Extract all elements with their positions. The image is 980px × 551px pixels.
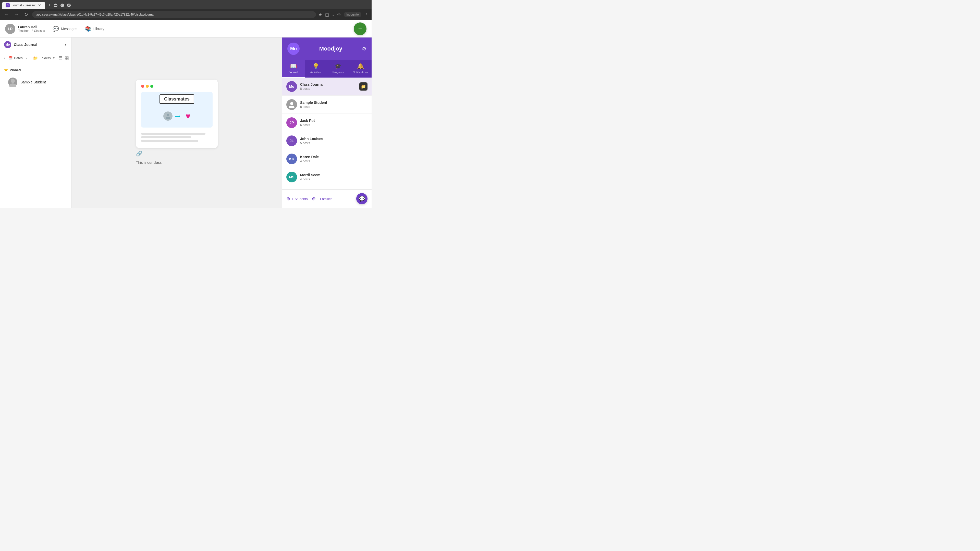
profile-icon[interactable]: ☉ bbox=[337, 12, 341, 17]
journal-jp-name: Jack Pot bbox=[300, 119, 368, 123]
journal-folder-button[interactable]: 📁 bbox=[360, 83, 368, 91]
chat-button[interactable]: 💬 bbox=[356, 193, 368, 204]
library-link[interactable]: 📚 Library bbox=[85, 26, 104, 32]
app-container: LD Lauren Deli Teacher - 2 Classes 💬 Mes… bbox=[0, 20, 372, 208]
minimize-button[interactable]: — bbox=[54, 3, 57, 7]
tab-journal[interactable]: 📖 Journal bbox=[282, 60, 305, 78]
date-next-icon: › bbox=[26, 56, 27, 60]
calendar-icon: 📅 bbox=[8, 56, 13, 60]
list-item[interactable]: JL John Louises 5 posts bbox=[282, 132, 372, 150]
folders-chevron-down-icon: ▼ bbox=[52, 56, 56, 60]
progress-tab-icon: 🎓 bbox=[334, 63, 342, 70]
extensions-icon[interactable]: ◫ bbox=[325, 12, 329, 17]
new-tab-button[interactable]: + bbox=[46, 2, 53, 9]
add-students-label: + Students bbox=[292, 197, 308, 201]
add-students-icon: ⊕ bbox=[286, 196, 290, 202]
messages-link[interactable]: 💬 Messages bbox=[52, 26, 77, 32]
heart-icon: ♥ bbox=[186, 111, 190, 121]
class-selector[interactable]: Mo Class Journal ▼ bbox=[0, 38, 71, 52]
refresh-button[interactable]: ↻ bbox=[22, 11, 30, 18]
tab-title: Journal - Seesaw bbox=[12, 3, 35, 7]
right-panel: Mo Moodjoy ⚙ 📖 Journal 💡 Activities 🎓 Pr… bbox=[282, 38, 372, 208]
link-icon[interactable]: 🔗 bbox=[136, 151, 142, 157]
right-footer: ⊕ + Students ⊕ + Families 💬 bbox=[282, 189, 372, 208]
add-families-icon: ⊕ bbox=[312, 196, 316, 202]
tab-journal-label: Journal bbox=[289, 71, 298, 74]
card-line bbox=[141, 133, 205, 135]
list-item[interactable]: KD Karen Dale 4 posts bbox=[282, 150, 372, 168]
avatar: LD bbox=[5, 24, 15, 34]
journal-kd-avatar: KD bbox=[286, 154, 297, 164]
journal-jl-posts: 5 posts bbox=[300, 141, 368, 145]
window-controls: — □ ✕ bbox=[54, 3, 71, 7]
tab-notifications-label: Notifications bbox=[353, 71, 368, 74]
date-prev-button[interactable]: ‹ bbox=[4, 56, 5, 60]
toolbar-icons: ★ ◫ ↓ ☉ Incognito ⋮ bbox=[318, 12, 369, 17]
tab-favicon: S bbox=[6, 3, 10, 7]
user-role: Teacher - 2 Classes bbox=[18, 29, 45, 33]
library-icon: 📚 bbox=[85, 26, 91, 32]
classmates-label: Classmates bbox=[159, 94, 194, 104]
filter-options: ☰ ▦ bbox=[59, 55, 69, 61]
tab-notifications[interactable]: 🔔 Notifications bbox=[349, 60, 372, 78]
filter-list-icon[interactable]: ☰ bbox=[59, 55, 62, 61]
right-panel-header: Mo Moodjoy ⚙ bbox=[282, 38, 372, 60]
journal-ms-name: Mordi Seem bbox=[300, 173, 368, 177]
address-bar-row: ← → ↻ ★ ◫ ↓ ☉ Incognito ⋮ bbox=[0, 9, 372, 20]
list-item[interactable]: MS Mordi Seem 4 posts bbox=[282, 168, 372, 186]
list-item[interactable]: JP Jack Pot 6 posts bbox=[282, 114, 372, 132]
add-families-label: + Families bbox=[317, 197, 332, 201]
right-tabs: 📖 Journal 💡 Activities 🎓 Progress 🔔 Noti… bbox=[282, 60, 372, 78]
messages-label: Messages bbox=[61, 27, 77, 31]
download-icon[interactable]: ↓ bbox=[332, 12, 334, 17]
journal-jl-info: John Louises 5 posts bbox=[300, 137, 368, 145]
journal-jl-name: John Louises bbox=[300, 137, 368, 141]
journal-class-posts: 8 posts bbox=[300, 87, 356, 91]
card-lines bbox=[141, 133, 213, 142]
class-name: Class Journal bbox=[14, 43, 62, 47]
incognito-badge: Incognito bbox=[344, 12, 361, 17]
tab-activities[interactable]: 💡 Activities bbox=[305, 60, 327, 78]
journal-kd-name: Karen Dale bbox=[300, 155, 368, 159]
list-item[interactable]: Sample Student bbox=[4, 76, 67, 89]
filter-grid-icon[interactable]: ▦ bbox=[65, 55, 69, 61]
student-avatar bbox=[8, 78, 18, 87]
messages-icon: 💬 bbox=[52, 26, 59, 32]
list-item[interactable]: Mo Class Journal 8 posts 📁 bbox=[282, 78, 372, 96]
card-dot-green bbox=[150, 85, 153, 88]
back-button[interactable]: ← bbox=[3, 11, 10, 18]
journal-kd-posts: 4 posts bbox=[300, 159, 368, 163]
tab-progress[interactable]: 🎓 Progress bbox=[327, 60, 349, 78]
forward-button[interactable]: → bbox=[13, 11, 20, 18]
folders-filter[interactable]: 📁 Folders ▼ bbox=[33, 56, 55, 60]
add-button[interactable]: + bbox=[354, 22, 366, 35]
list-item[interactable]: Sample Student 8 posts bbox=[282, 96, 372, 114]
close-button[interactable]: ✕ bbox=[67, 3, 71, 7]
journal-tab-icon: 📖 bbox=[290, 63, 297, 70]
tab-activities-label: Activities bbox=[310, 71, 321, 74]
svg-point-4 bbox=[290, 102, 293, 105]
folder-icon: 📁 bbox=[33, 56, 38, 60]
dates-filter[interactable]: 📅 Dates bbox=[8, 56, 23, 60]
maximize-button[interactable]: □ bbox=[60, 3, 64, 7]
settings-icon[interactable]: ⚙ bbox=[362, 46, 366, 52]
journal-class-avatar: Mo bbox=[286, 81, 297, 92]
journal-class-name: Class Journal bbox=[300, 83, 356, 86]
add-families-button[interactable]: ⊕ + Families bbox=[312, 196, 332, 202]
person-icon bbox=[163, 111, 172, 121]
menu-icon[interactable]: ⋮ bbox=[364, 12, 369, 17]
user-text: Lauren Deli Teacher - 2 Classes bbox=[18, 25, 45, 33]
svg-point-2 bbox=[167, 114, 169, 116]
pinned-header: ★ Pinned bbox=[4, 68, 67, 73]
svg-point-3 bbox=[165, 117, 170, 119]
journal-jp-avatar: JP bbox=[286, 118, 297, 128]
active-tab[interactable]: S Journal - Seesaw ✕ bbox=[2, 2, 45, 9]
tab-close-button[interactable]: ✕ bbox=[38, 3, 41, 7]
user-name: Lauren Deli bbox=[18, 25, 45, 29]
bookmark-icon[interactable]: ★ bbox=[318, 12, 322, 17]
address-input[interactable] bbox=[32, 11, 316, 18]
journal-jp-info: Jack Pot 6 posts bbox=[300, 119, 368, 127]
add-students-button[interactable]: ⊕ + Students bbox=[286, 196, 308, 202]
journal-jp-posts: 6 posts bbox=[300, 123, 368, 127]
notifications-tab-icon: 🔔 bbox=[357, 63, 364, 70]
